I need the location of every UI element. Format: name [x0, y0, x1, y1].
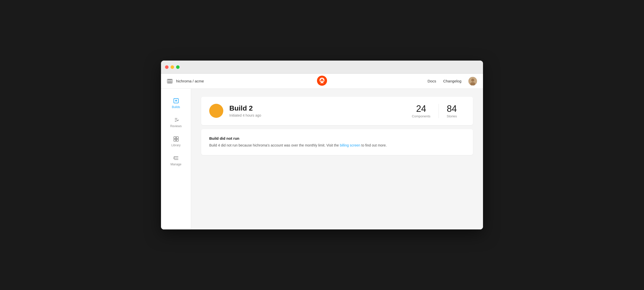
- svg-rect-9: [174, 137, 176, 139]
- main-content: Build 2 Initiated 4 hours ago 24 Compone…: [191, 89, 483, 229]
- alert-title: Build did not run: [209, 136, 465, 140]
- build-status-indicator: [209, 104, 223, 118]
- maximize-button[interactable]: [176, 65, 180, 69]
- svg-rect-12: [176, 139, 178, 141]
- svg-point-2: [471, 79, 474, 82]
- manage-label: Manage: [171, 163, 181, 166]
- build-title: Build 2: [229, 104, 404, 112]
- alert-body: Build 4 did not run because hichroma's a…: [209, 142, 465, 148]
- svg-rect-11: [174, 139, 176, 141]
- user-avatar[interactable]: [468, 77, 477, 85]
- app-window: hichroma / acme Docs Changelog: [161, 61, 483, 229]
- build-subtitle: Initiated 4 hours ago: [229, 113, 404, 117]
- close-button[interactable]: [165, 65, 169, 69]
- changelog-link[interactable]: Changelog: [443, 79, 461, 83]
- components-stat: 24 Components: [404, 104, 439, 118]
- build-header-card: Build 2 Initiated 4 hours ago 24 Compone…: [201, 97, 473, 125]
- app-header: hichroma / acme Docs Changelog: [161, 74, 483, 89]
- main-layout: Builds Reviews: [161, 89, 483, 229]
- minimize-button[interactable]: [171, 65, 174, 69]
- alert-body-before: Build 4 did not run because hichroma's a…: [209, 143, 340, 147]
- library-icon: [173, 136, 179, 142]
- traffic-lights: [165, 65, 180, 69]
- builds-icon: [173, 98, 179, 104]
- builds-label: Builds: [172, 105, 180, 109]
- build-stats: 24 Components 84 Stories: [404, 104, 465, 118]
- stories-stat: 84 Stories: [439, 104, 465, 118]
- breadcrumb: hichroma / acme: [176, 79, 204, 83]
- docs-link[interactable]: Docs: [427, 79, 436, 83]
- header-nav: Docs Changelog: [427, 77, 477, 85]
- sidebar-item-library[interactable]: Library: [161, 133, 191, 150]
- manage-icon: [173, 155, 179, 161]
- build-info: Build 2 Initiated 4 hours ago: [229, 104, 404, 117]
- menu-button[interactable]: [167, 79, 173, 83]
- titlebar: [161, 61, 483, 74]
- stories-count: 84: [447, 104, 457, 114]
- sidebar-item-builds[interactable]: Builds: [161, 95, 191, 112]
- svg-rect-10: [176, 137, 178, 139]
- sidebar-item-reviews[interactable]: Reviews: [161, 114, 191, 131]
- reviews-label: Reviews: [170, 124, 182, 128]
- billing-screen-link[interactable]: billing screen: [340, 143, 360, 147]
- reviews-icon: [173, 117, 179, 123]
- logo: [317, 76, 327, 87]
- alert-box: Build did not run Build 4 did not run be…: [201, 129, 473, 155]
- stories-label: Stories: [447, 114, 457, 118]
- components-count: 24: [412, 104, 431, 114]
- components-label: Components: [412, 114, 431, 118]
- alert-body-after: to find out more.: [360, 143, 387, 147]
- library-label: Library: [171, 143, 181, 147]
- sidebar: Builds Reviews: [161, 89, 191, 229]
- sidebar-item-manage[interactable]: Manage: [161, 152, 191, 169]
